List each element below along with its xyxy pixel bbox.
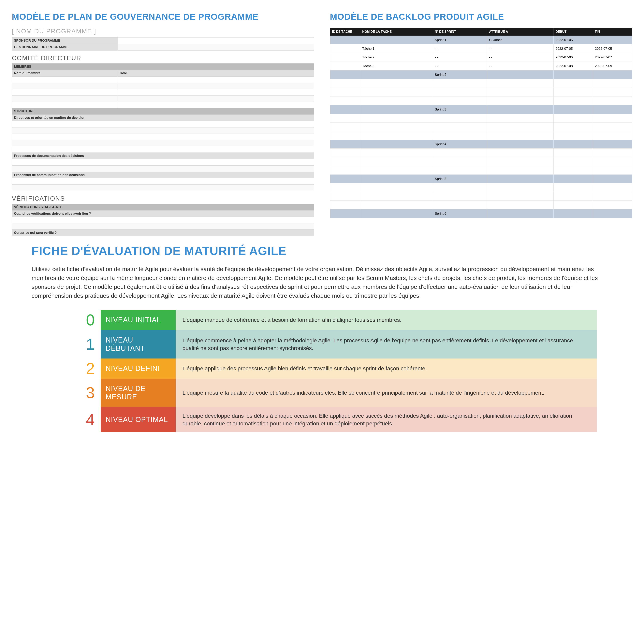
backlog-cell[interactable] <box>553 149 593 157</box>
backlog-cell[interactable] <box>330 192 360 201</box>
backlog-cell[interactable] <box>487 105 554 114</box>
backlog-cell[interactable] <box>487 88 554 96</box>
backlog-cell[interactable] <box>360 36 433 44</box>
task-row[interactable] <box>330 192 632 201</box>
backlog-cell[interactable]: Tâche 2 <box>360 53 433 62</box>
backlog-cell[interactable] <box>360 79 433 88</box>
task-row[interactable] <box>330 79 632 88</box>
task-row[interactable] <box>330 157 632 166</box>
backlog-cell[interactable]: 2022-07-08 <box>553 62 593 70</box>
backlog-cell[interactable] <box>553 123 593 131</box>
backlog-cell[interactable] <box>360 157 433 166</box>
backlog-cell[interactable] <box>330 201 360 209</box>
sprint-row[interactable]: Sprint 2 <box>330 70 632 79</box>
task-row[interactable] <box>330 114 632 123</box>
backlog-cell[interactable] <box>593 192 632 201</box>
backlog-cell[interactable]: 2022-07-05 <box>553 36 593 44</box>
backlog-cell[interactable] <box>487 96 554 105</box>
backlog-cell[interactable] <box>360 209 433 218</box>
backlog-cell[interactable] <box>593 96 632 105</box>
backlog-cell[interactable] <box>553 201 593 209</box>
backlog-cell[interactable] <box>433 96 487 105</box>
backlog-cell[interactable] <box>593 140 632 149</box>
backlog-cell[interactable] <box>487 192 554 201</box>
task-row[interactable] <box>330 96 632 105</box>
backlog-cell[interactable] <box>487 79 554 88</box>
backlog-cell[interactable] <box>330 53 360 62</box>
backlog-cell[interactable] <box>330 183 360 192</box>
sponsor-value[interactable] <box>118 37 314 44</box>
backlog-cell[interactable] <box>360 140 433 149</box>
backlog-cell[interactable]: - - <box>487 44 554 53</box>
backlog-cell[interactable] <box>553 131 593 140</box>
when-cell[interactable] <box>12 223 314 230</box>
task-row[interactable] <box>330 149 632 157</box>
backlog-cell[interactable] <box>593 79 632 88</box>
documentation-cell[interactable] <box>12 166 314 172</box>
backlog-cell[interactable] <box>360 123 433 131</box>
member-cell[interactable] <box>12 83 118 89</box>
backlog-cell[interactable]: Sprint 6 <box>433 209 487 218</box>
backlog-cell[interactable] <box>593 209 632 218</box>
backlog-cell[interactable]: Sprint 1 <box>433 36 487 44</box>
backlog-cell[interactable] <box>433 149 487 157</box>
backlog-cell[interactable] <box>553 79 593 88</box>
sprint-row[interactable]: Sprint 4 <box>330 140 632 149</box>
backlog-cell[interactable] <box>433 183 487 192</box>
backlog-cell[interactable]: - - <box>433 53 487 62</box>
backlog-cell[interactable] <box>360 131 433 140</box>
backlog-cell[interactable] <box>330 157 360 166</box>
backlog-cell[interactable] <box>433 114 487 123</box>
backlog-cell[interactable] <box>553 140 593 149</box>
backlog-cell[interactable] <box>360 114 433 123</box>
backlog-cell[interactable] <box>433 192 487 201</box>
backlog-cell[interactable] <box>593 157 632 166</box>
sprint-row[interactable]: Sprint 6 <box>330 209 632 218</box>
backlog-cell[interactable] <box>593 131 632 140</box>
backlog-cell[interactable] <box>330 70 360 79</box>
backlog-cell[interactable] <box>553 183 593 192</box>
backlog-cell[interactable] <box>593 105 632 114</box>
backlog-cell[interactable] <box>487 70 554 79</box>
backlog-cell[interactable] <box>553 114 593 123</box>
backlog-cell[interactable] <box>330 88 360 96</box>
backlog-cell[interactable] <box>487 123 554 131</box>
role-cell[interactable] <box>118 89 314 95</box>
backlog-cell[interactable] <box>553 105 593 114</box>
backlog-cell[interactable] <box>330 123 360 131</box>
sprint-row[interactable]: Sprint 5 <box>330 175 632 183</box>
backlog-cell[interactable] <box>487 149 554 157</box>
member-cell[interactable] <box>12 102 118 108</box>
role-cell[interactable] <box>118 102 314 108</box>
role-cell[interactable] <box>118 95 314 102</box>
backlog-cell[interactable] <box>553 96 593 105</box>
task-row[interactable]: Tâche 2- -- -2022-07-062022-07-07 <box>330 53 632 62</box>
backlog-cell[interactable] <box>330 149 360 157</box>
task-row[interactable] <box>330 131 632 140</box>
backlog-cell[interactable] <box>487 166 554 175</box>
task-row[interactable]: Tâche 1- -- -2022-07-052022-07-05 <box>330 44 632 53</box>
backlog-cell[interactable] <box>330 62 360 70</box>
role-cell[interactable] <box>118 83 314 89</box>
backlog-cell[interactable]: Tâche 3 <box>360 62 433 70</box>
backlog-cell[interactable] <box>330 166 360 175</box>
backlog-cell[interactable]: 2022-07-05 <box>593 44 632 53</box>
backlog-cell[interactable] <box>553 157 593 166</box>
backlog-cell[interactable] <box>593 183 632 192</box>
backlog-cell[interactable]: 2022-07-09 <box>593 62 632 70</box>
backlog-cell[interactable] <box>553 88 593 96</box>
backlog-cell[interactable] <box>593 70 632 79</box>
backlog-cell[interactable]: - - <box>433 62 487 70</box>
backlog-cell[interactable] <box>487 201 554 209</box>
backlog-cell[interactable] <box>593 166 632 175</box>
backlog-cell[interactable]: - - <box>487 62 554 70</box>
backlog-cell[interactable] <box>433 201 487 209</box>
role-cell[interactable] <box>118 77 314 83</box>
backlog-cell[interactable] <box>330 44 360 53</box>
backlog-cell[interactable] <box>593 175 632 183</box>
documentation-cell[interactable] <box>12 159 314 166</box>
backlog-cell[interactable]: C. Jones <box>487 36 554 44</box>
directives-cell[interactable] <box>12 121 314 127</box>
backlog-cell[interactable] <box>433 88 487 96</box>
backlog-cell[interactable] <box>330 79 360 88</box>
